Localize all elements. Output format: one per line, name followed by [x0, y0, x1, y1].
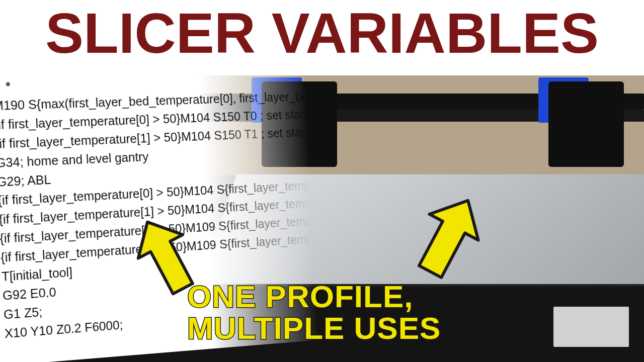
caption-line-1: ONE PROFILE, — [187, 281, 441, 312]
code-panel-header: 🔓 — [0, 77, 10, 90]
printer-label-sticker — [553, 307, 629, 347]
page-title: SLICER VARIABLES — [0, 0, 644, 66]
caption: ONE PROFILE, MULTIPLE USES — [187, 281, 441, 344]
printer-head-right — [548, 81, 624, 167]
dot-icon — [6, 82, 10, 86]
thumbnail-composite: 🔓 M190 S{max(first_layer_bed_temperature… — [0, 75, 644, 362]
caption-line-2: MULTIPLE USES — [187, 312, 441, 344]
